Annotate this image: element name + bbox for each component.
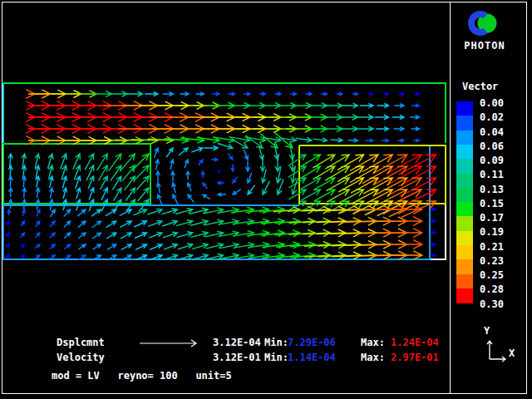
legend-color-segment xyxy=(456,202,473,217)
legend-color-segment xyxy=(456,188,473,203)
legend-label: 0.11 xyxy=(480,169,504,180)
legend-color-segment xyxy=(456,174,473,189)
legend-label: 0.19 xyxy=(480,226,504,237)
legend-label: 0.23 xyxy=(480,255,504,266)
legend-color-segment xyxy=(456,131,473,145)
run-info-footer: mod = LV reyno= 100 unit=5 xyxy=(52,371,232,382)
legend-label: 0.00 xyxy=(480,97,504,108)
legend-color-segment xyxy=(456,216,473,231)
dsplcmnt-min-value: 7.29E-06 xyxy=(288,337,336,348)
dsplcmnt-max-label: Max: xyxy=(361,337,385,348)
legend-color-segment xyxy=(456,288,473,303)
dsplcmnt-label: Dsplcmnt xyxy=(57,337,105,348)
legend-label: 0.17 xyxy=(480,212,504,223)
panel-divider xyxy=(450,2,451,394)
legend-color-segment xyxy=(456,274,473,289)
legend-color-segment xyxy=(456,245,473,260)
legend-label: 0.28 xyxy=(480,283,504,294)
dsplcmnt-scale: 3.12E-04 xyxy=(213,337,261,348)
legend-label: 0.25 xyxy=(480,269,504,280)
velocity-min-value: 1.14E-04 xyxy=(288,352,336,363)
velocity-max-value: 2.97E-01 xyxy=(391,352,439,363)
velocity-scale: 3.12E-01 xyxy=(213,352,261,363)
legend-colorbar xyxy=(456,101,473,303)
velocity-label: Velocity xyxy=(57,352,105,363)
legend-label: 0.30 xyxy=(480,298,504,309)
legend-color-segment xyxy=(456,259,473,274)
axis-y-label: Y xyxy=(484,325,490,337)
velocity-max-label: Max: xyxy=(361,352,385,363)
dsplcmnt-min-label: Min: xyxy=(264,337,288,348)
dsplcmnt-max-value: 1.24E-04 xyxy=(391,337,439,348)
photon-logo-label: PHOTON xyxy=(461,40,509,52)
legend-label: 0.21 xyxy=(480,241,504,252)
scale-arrow-icon xyxy=(138,337,201,349)
legend-color-segment xyxy=(456,159,473,174)
legend-color-segment xyxy=(456,101,473,116)
legend-label: 0.09 xyxy=(480,155,504,165)
legend-label: 0.04 xyxy=(480,126,504,137)
legend-color-segment xyxy=(456,116,473,131)
legend-label: 0.13 xyxy=(480,184,504,195)
velocity-min-label: Min: xyxy=(264,352,288,363)
legend-color-segment xyxy=(456,231,473,246)
legend-title: Vector xyxy=(462,81,498,92)
axis-x-label: X xyxy=(509,347,515,359)
photon-logo-icon xyxy=(462,5,507,40)
axis-indicator: Y X xyxy=(479,324,525,367)
legend-label: 0.06 xyxy=(480,140,504,151)
legend-label: 0.02 xyxy=(480,111,504,122)
legend-color-segment xyxy=(456,145,473,160)
photon-app-window: PHOTON Vector 0.000.020.040.060.090.110.… xyxy=(0,0,532,399)
window-border xyxy=(2,2,527,394)
legend-label: 0.15 xyxy=(480,198,504,209)
